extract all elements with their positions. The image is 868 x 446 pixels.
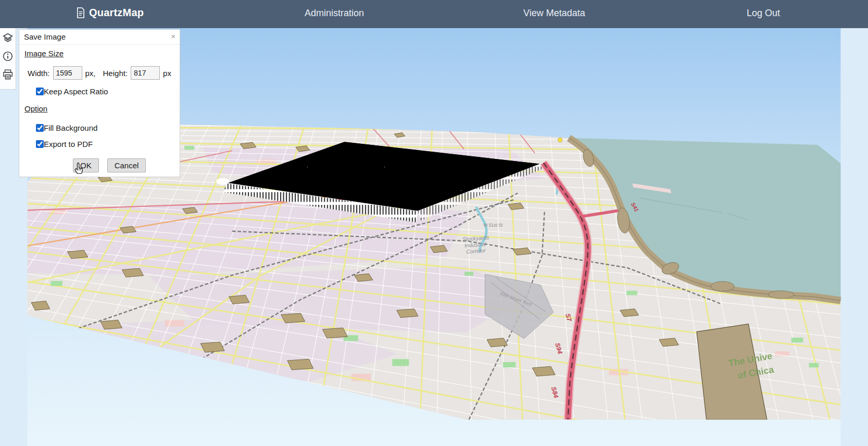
ok-button[interactable]: OK: [73, 158, 99, 172]
app-title: QuartzMap: [89, 7, 144, 19]
save-image-dialog: Save Image × Image Size Width: px, Heigh…: [19, 29, 180, 177]
nav-item-view-metadata[interactable]: View Metadata: [523, 8, 585, 19]
height-label: Height:: [103, 69, 128, 78]
print-icon[interactable]: [2, 69, 14, 80]
dialog-title: Save Image: [24, 32, 66, 41]
nav-item-log-out[interactable]: Log Out: [747, 8, 780, 19]
nav-item-administration[interactable]: Administration: [305, 8, 364, 19]
navbar: QuartzMap Administration View Metadata L…: [0, 0, 868, 28]
height-unit: px: [163, 69, 171, 78]
map-marker-dot: [558, 138, 562, 142]
export-to-pdf-checkbox[interactable]: [36, 140, 44, 148]
export-to-pdf-label: Export to PDF: [44, 140, 93, 148]
keep-aspect-ratio-checkbox[interactable]: [36, 88, 44, 95]
layers-icon[interactable]: [2, 32, 14, 44]
application-window: Stockyards Industrial Corridor The Unive…: [0, 0, 868, 446]
document-icon: [76, 7, 85, 18]
info-icon[interactable]: [2, 51, 14, 62]
fill-background-label: Fill Background: [44, 123, 97, 132]
cancel-button[interactable]: Cancel: [107, 158, 146, 172]
section-image-size: Image Size: [24, 49, 64, 58]
height-input[interactable]: [131, 66, 160, 80]
width-input[interactable]: [53, 66, 82, 80]
map-label-street: W 51st St: [484, 222, 503, 228]
map-toolbar: [0, 28, 16, 90]
width-unit: px,: [85, 69, 96, 78]
brand[interactable]: QuartzMap: [76, 7, 144, 19]
fill-background-checkbox[interactable]: [36, 124, 44, 132]
section-option: Option: [24, 104, 47, 113]
keep-aspect-ratio-label: Keep Aspect Ratio: [44, 87, 108, 96]
width-label: Width:: [28, 69, 50, 78]
dialog-header: Save Image ×: [19, 30, 180, 45]
close-icon[interactable]: ×: [171, 32, 175, 41]
